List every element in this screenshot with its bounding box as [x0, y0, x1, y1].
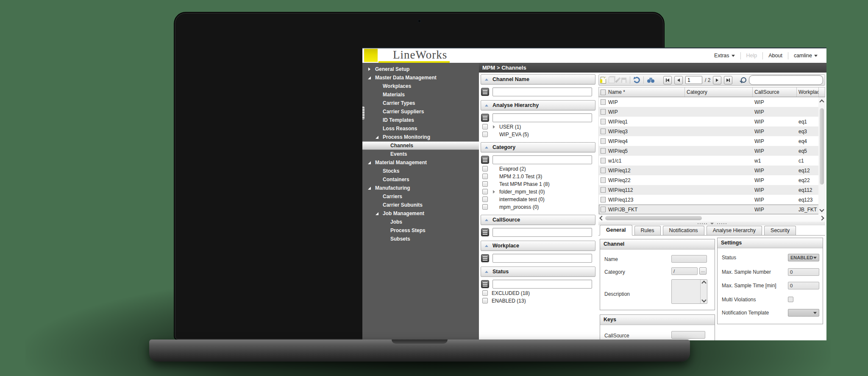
sidebar-item-events[interactable]: Events [362, 150, 479, 158]
sidebar-item-id-templates[interactable]: ID Templates [362, 116, 479, 124]
collapse-triangle-icon[interactable] [485, 146, 488, 149]
checkbox-icon[interactable] [482, 196, 488, 202]
tab-analyse-hierarchy[interactable]: Analyse Hierarchy [707, 226, 762, 235]
table-row[interactable]: WIP/eq123WIPeq123 [599, 195, 825, 205]
checkbox-icon[interactable] [482, 166, 488, 171]
filter-menu-icon[interactable] [481, 88, 489, 96]
sidebar-item-carrier-subunits[interactable]: Carrier Subunits [362, 201, 479, 209]
filter-menu-icon[interactable] [481, 280, 489, 288]
filter-item[interactable]: mpm_process (0) [481, 203, 595, 211]
column-header-callsource[interactable]: CallSource [753, 87, 797, 97]
tree-expanded-icon[interactable] [368, 187, 371, 190]
scroll-down-icon[interactable] [701, 297, 706, 302]
row-record-icon[interactable] [601, 207, 606, 212]
filter-item[interactable]: Evaprod (2) [481, 165, 595, 173]
row-record-icon[interactable] [601, 158, 606, 163]
scroll-up-icon[interactable] [818, 98, 825, 106]
tab-rules[interactable]: Rules [634, 226, 661, 235]
table-row[interactable]: WIP/eq5WIPeq5 [599, 146, 825, 156]
table-row[interactable]: WIP/eq12WIPeq12 [599, 166, 825, 175]
filter-section-header[interactable]: Channel Name [481, 74, 595, 84]
column-header-category[interactable]: Category [685, 87, 753, 97]
vertical-scrollbar[interactable] [818, 97, 825, 214]
tree-expanded-icon[interactable] [368, 161, 371, 164]
checkbox-icon[interactable] [788, 297, 793, 302]
filter-item[interactable]: ENABLED (13) [481, 297, 595, 305]
copy-record-icon[interactable] [609, 77, 615, 83]
header-checkbox-icon[interactable] [601, 90, 606, 95]
find-binoculars-icon[interactable] [647, 78, 655, 83]
tree-expanded-icon[interactable] [376, 136, 378, 139]
sidebar-item-process-monitoring[interactable]: Process Monitoring [362, 133, 479, 141]
filter-menu-icon[interactable] [481, 114, 489, 122]
row-record-icon[interactable] [601, 187, 606, 193]
row-record-icon[interactable] [601, 148, 606, 154]
row-record-icon[interactable] [601, 138, 606, 144]
scroll-left-icon[interactable] [598, 215, 605, 222]
page-number-input[interactable] [685, 76, 702, 84]
sidebar-item-carrier-types[interactable]: Carrier Types [362, 99, 479, 107]
table-row[interactable]: w1/c1w1c1 [599, 156, 825, 166]
tree-collapsed-icon[interactable] [368, 67, 370, 71]
sidebar-item-subsets[interactable]: Subsets [362, 235, 479, 243]
table-row[interactable]: WIP/eq3WIPeq3 [599, 126, 825, 136]
row-record-icon[interactable] [601, 177, 606, 183]
tab-general[interactable]: General [600, 225, 632, 236]
save-record-icon[interactable] [621, 78, 626, 83]
first-page-button[interactable] [663, 76, 672, 84]
tab-notifications[interactable]: Notifications [663, 226, 704, 235]
collapse-triangle-icon[interactable] [485, 219, 488, 221]
filter-menu-icon[interactable] [481, 228, 489, 236]
sidebar-item-manufacturing[interactable]: Manufacturing [362, 184, 479, 192]
checkbox-icon[interactable] [482, 204, 488, 210]
checkbox-icon[interactable] [482, 189, 488, 194]
collapse-triangle-icon[interactable] [485, 245, 488, 247]
filter-item[interactable]: folder_mpm_test (0) [481, 188, 595, 196]
table-row[interactable]: WIPWIP [599, 107, 825, 117]
scroll-right-icon[interactable] [818, 215, 825, 222]
checkbox-icon[interactable] [482, 181, 488, 187]
sidebar-splitter-grip[interactable] [362, 107, 364, 120]
table-search-input[interactable] [749, 75, 823, 85]
settings-input[interactable] [788, 282, 819, 289]
row-record-icon[interactable] [601, 99, 606, 105]
channel-name-input[interactable] [671, 255, 707, 263]
settings-input[interactable] [788, 268, 819, 276]
filter-menu-icon[interactable] [481, 254, 489, 262]
row-record-icon[interactable] [601, 129, 606, 134]
tree-expanded-icon[interactable] [368, 76, 371, 79]
menu-item-camline[interactable]: camline [788, 53, 823, 59]
sidebar-item-material-management[interactable]: Material Management [362, 158, 479, 167]
sidebar-item-materials[interactable]: Materials [362, 90, 479, 99]
sidebar-item-loss-reasons[interactable]: Loss Reasons [362, 124, 479, 133]
sidebar-item-general-setup[interactable]: General Setup [362, 65, 479, 73]
collapse-triangle-icon[interactable] [485, 79, 488, 81]
new-record-icon[interactable] [601, 77, 606, 84]
settings-select[interactable]: ENABLED [788, 254, 819, 261]
sidebar-item-stocks[interactable]: Stocks [362, 167, 479, 175]
sidebar-item-job-management[interactable]: Job Management [362, 209, 479, 218]
tree-expanded-icon[interactable] [376, 212, 378, 215]
row-record-icon[interactable] [601, 168, 606, 173]
description-scrollbar[interactable] [700, 280, 707, 303]
channel-description-textarea[interactable] [671, 279, 707, 304]
table-row[interactable]: WIP/eq22WIPeq22 [599, 175, 825, 185]
table-row[interactable]: WIP/eq112WIPeq112 [599, 185, 825, 195]
table-row[interactable]: WIPWIP [599, 97, 825, 107]
sidebar-item-master-data-management[interactable]: Master Data Management [362, 73, 479, 82]
vertical-scroll-thumb[interactable] [820, 108, 824, 185]
filter-text-input[interactable] [492, 280, 592, 289]
checkbox-icon[interactable] [482, 174, 488, 179]
checkbox-icon[interactable] [482, 290, 488, 296]
table-row[interactable]: WIP/JB_FKTWIPJB_FKT [599, 205, 825, 214]
tree-collapsed-icon[interactable] [493, 190, 495, 194]
sidebar-item-containers[interactable]: Containers [362, 175, 479, 184]
filter-item[interactable]: Test MPM Phase 1 (8) [481, 180, 595, 188]
checkbox-icon[interactable] [482, 298, 488, 303]
filter-text-input[interactable] [492, 228, 592, 237]
horizontal-scrollbar[interactable] [598, 215, 825, 222]
menu-item-about[interactable]: About [763, 53, 788, 59]
scroll-down-icon[interactable] [818, 206, 825, 213]
column-header-name-[interactable]: Name * [599, 87, 685, 97]
sidebar-item-workplaces[interactable]: Workplaces [362, 82, 479, 90]
